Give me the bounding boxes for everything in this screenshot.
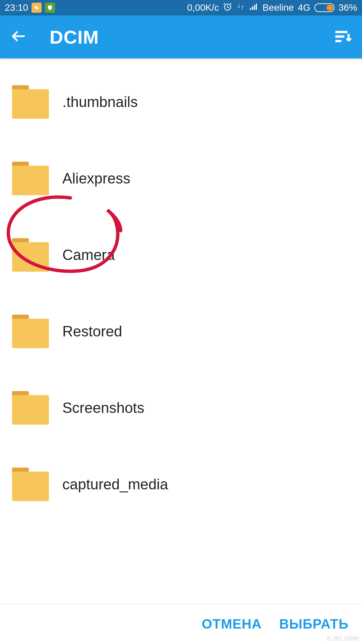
folder-item-captured-media[interactable]: captured_media [0,446,362,523]
svg-point-1 [36,7,39,9]
folder-icon [12,162,49,195]
status-battery-pct: 36% [339,2,357,13]
folder-item-thumbnails[interactable]: .thumbnails [0,64,362,140]
select-button[interactable]: ВЫБРАТЬ [279,616,349,632]
status-carrier: Beeline [262,2,294,13]
page-title: DCIM [50,26,99,48]
svg-rect-5 [254,5,255,10]
folder-icon [12,391,49,425]
folder-name: Restored [62,323,122,340]
alarm-icon [223,2,232,14]
folder-icon [12,315,49,348]
status-data-rate: 0,00K/c [187,2,219,13]
folder-icon [12,468,49,501]
folder-name: Camera [62,247,115,263]
sort-button[interactable] [334,28,352,46]
folder-name: Screenshots [62,399,144,416]
folder-item-aliexpress[interactable]: Aliexpress [0,140,362,217]
signal-icon [249,2,258,14]
folder-name: captured_media [62,476,168,493]
folder-name: .thumbnails [62,94,138,110]
status-bar: 23:10 0,00K/c Beeline 4G 36% [0,0,362,15]
svg-rect-9 [336,40,342,42]
watermark-text: c.mi.com [327,634,359,643]
svg-rect-8 [336,36,345,38]
battery-icon [314,3,335,12]
svg-rect-6 [256,3,257,10]
folder-item-camera[interactable]: Camera [0,217,362,293]
status-network: 4G [298,2,310,13]
folder-item-screenshots[interactable]: Screenshots [0,370,362,446]
folder-icon [12,85,49,119]
data-arrows-icon [236,2,245,13]
folder-list: .thumbnails Aliexpress Camera Restored S… [0,58,362,523]
cancel-button[interactable]: ОТМЕНА [202,616,262,632]
folder-name: Aliexpress [62,170,130,187]
folder-icon [12,238,49,272]
svg-rect-7 [336,31,348,33]
weather-icon [32,3,42,13]
status-time: 23:10 [5,2,28,13]
folder-item-restored[interactable]: Restored [0,293,362,370]
svg-rect-4 [252,7,253,10]
back-button[interactable] [10,28,27,46]
app-bar: DCIM [0,15,362,58]
shield-icon [45,3,55,13]
footer-bar: ОТМЕНА ВЫБРАТЬ [0,604,362,644]
svg-rect-3 [250,8,251,10]
